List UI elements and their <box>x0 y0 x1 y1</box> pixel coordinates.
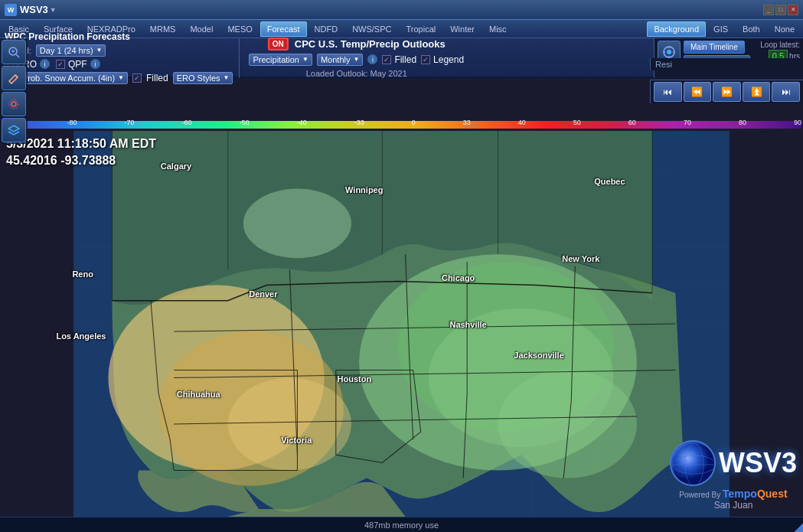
svg-line-10 <box>15 75 18 77</box>
legend-label: Legend <box>433 54 464 65</box>
residual-area: Resi <box>650 58 803 70</box>
coords-display: 45.42016 -93.73888 <box>6 154 116 168</box>
residual-label: Resi <box>655 60 672 69</box>
legend-checkbox[interactable] <box>421 55 430 64</box>
loaded-outlook-text: Loaded Outlook: May 2021 <box>306 69 407 78</box>
svg-marker-13 <box>8 126 19 132</box>
svg-point-43 <box>498 370 637 478</box>
scale-label-5: -50 <box>240 119 250 126</box>
scale-label-14: 80 <box>739 119 746 126</box>
legend-row: Legend <box>421 54 464 65</box>
scale-label-6: -40 <box>297 119 307 126</box>
wsv3-globe <box>670 440 716 486</box>
transport-forward[interactable]: ⏩ <box>713 82 741 102</box>
tab-forecast[interactable]: Forecast <box>260 21 307 37</box>
powered-by-row: Powered By TempoQuest <box>670 488 797 500</box>
prob-snow-dropdown[interactable]: Prob. Snow Accum. (4in) <box>18 72 128 84</box>
transport-skip-back[interactable]: ⏮ <box>654 82 682 102</box>
tab-ndfd[interactable]: NDFD <box>308 21 345 37</box>
cpc-info-badge[interactable]: i <box>367 54 377 64</box>
wpc-section: WPC Precipitation Forecasts Period: Day … <box>5 31 233 84</box>
scale-label-2: -80 <box>67 119 77 126</box>
period-dropdown[interactable]: Day 1 (24 hrs) <box>36 44 106 57</box>
filled-left-label: Filled <box>146 73 168 83</box>
gis-button[interactable]: GIS <box>707 21 735 37</box>
svg-point-12 <box>9 100 18 109</box>
tempo-text: TempoQuest <box>723 488 788 500</box>
maximize-button[interactable]: □ <box>775 5 786 15</box>
precip-dropdown[interactable]: Precipitation <box>249 54 312 66</box>
svg-point-1 <box>667 50 671 54</box>
tab-tropical[interactable]: Tropical <box>399 21 442 37</box>
filled-right-row: Filled <box>382 54 416 65</box>
scale-label-4: -60 <box>182 119 192 126</box>
minimize-button[interactable]: _ <box>763 5 774 15</box>
qpf-checkbox[interactable] <box>56 60 65 69</box>
tab-winter[interactable]: Winter <box>443 21 481 37</box>
map-area[interactable]: 5/3/2021 11:18:50 AM EDT 45.42016 -93.73… <box>0 131 803 517</box>
cpc-section: ON CPC U.S. Temp/Precip Outlooks Precipi… <box>239 38 464 78</box>
layers-icon[interactable] <box>2 118 26 142</box>
filled-left-checkbox[interactable] <box>132 73 142 83</box>
scale-label-3: -70 <box>125 119 135 126</box>
scale-label-9: 33 <box>463 119 471 126</box>
pencil-icon[interactable] <box>2 66 26 90</box>
scale-label-12: 60 <box>628 119 636 126</box>
memory-usage: 487mb memory use <box>364 521 439 530</box>
sanjuan-text: San Juan <box>670 500 797 511</box>
bg-button[interactable]: Background <box>647 21 706 37</box>
wsv3-text: WSV3 <box>719 447 797 479</box>
scale-labels: % -90 -80 -70 -60 -50 -40 -33 0 33 40 50… <box>0 119 803 126</box>
window-controls: _ □ ✕ <box>763 5 798 15</box>
svg-line-7 <box>16 54 19 57</box>
title-bar: W WSV3 ▼ _ □ ✕ <box>0 0 803 20</box>
datetime-display: 5/3/2021 11:18:50 AM EDT <box>6 137 156 151</box>
tab-misc[interactable]: Misc <box>482 21 514 37</box>
resize-handle[interactable] <box>794 523 803 532</box>
ero-styles-dropdown[interactable]: ERO Styles <box>173 72 233 84</box>
filled-right-label: Filled <box>394 54 416 65</box>
svg-point-38 <box>228 378 351 471</box>
transport-back[interactable]: ⏪ <box>684 82 712 102</box>
app-icon: W <box>5 4 17 16</box>
qpf-checkbox-row: QPF i <box>56 59 100 70</box>
svg-point-11 <box>11 102 16 106</box>
filled-right-checkbox[interactable] <box>382 55 391 64</box>
none-button[interactable]: None <box>768 21 801 37</box>
color-scale: % -90 -80 -70 -60 -50 -40 -33 0 33 40 50… <box>0 119 803 131</box>
scale-label-11: 50 <box>573 119 581 126</box>
tab-nws-spc[interactable]: NWS/SPC <box>345 21 398 37</box>
transport-skip-forward[interactable]: ⏭ <box>772 82 800 102</box>
status-bar: 487mb memory use <box>0 517 803 532</box>
ero-info-badge[interactable]: i <box>40 59 50 69</box>
app-title: WSV3 <box>20 4 48 15</box>
scale-label-8: 0 <box>412 119 416 126</box>
powered-by-label: Powered By <box>679 491 723 499</box>
zoom-icon[interactable] <box>2 40 26 64</box>
both-button[interactable]: Both <box>736 21 767 37</box>
main-timeline-tab[interactable]: Main Timeline <box>684 41 745 54</box>
settings-icon[interactable] <box>2 92 26 116</box>
qpf-info-badge[interactable]: i <box>90 59 100 69</box>
wsv3-brand: WSV3 Powered By TempoQuest San Juan <box>670 440 797 511</box>
left-icon-panel <box>0 38 28 144</box>
svg-point-42 <box>243 189 351 259</box>
qpf-label: QPF <box>68 59 87 70</box>
scale-label-15: 90 <box>794 119 801 126</box>
transport-fast-forward[interactable]: ⏫ <box>743 82 771 102</box>
monthly-dropdown[interactable]: Monthly <box>317 54 363 66</box>
loop-latest-label: Loop latest: <box>760 41 800 49</box>
wpc-title: WPC Precipitation Forecasts <box>5 31 233 42</box>
scale-label-7: -33 <box>354 119 364 126</box>
title-dropdown-arrow[interactable]: ▼ <box>50 6 57 14</box>
close-button[interactable]: ✕ <box>788 5 798 15</box>
transport-controls: ⏮ ⏪ ⏩ ⏫ ⏭ <box>650 80 803 103</box>
scale-label-10: 40 <box>518 119 526 126</box>
scale-label-13: 70 <box>684 119 691 126</box>
cpc-logo: ON <box>268 38 289 51</box>
cpc-name: CPC U.S. Temp/Precip Outlooks <box>295 38 446 50</box>
